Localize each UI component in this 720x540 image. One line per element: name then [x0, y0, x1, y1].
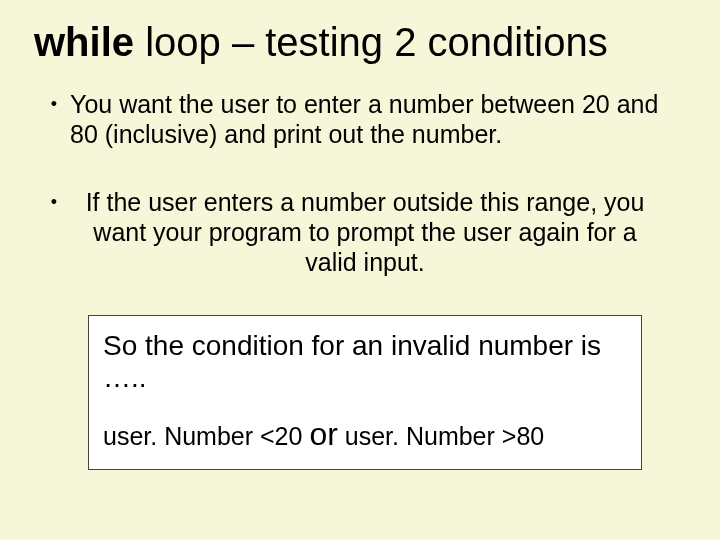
bullet-item: • If the user enters a number outside th…	[38, 187, 690, 277]
bullet-text: You want the user to enter a number betw…	[70, 89, 690, 149]
bullet-dot-icon: •	[38, 89, 70, 149]
title-bold: while	[34, 20, 134, 64]
condition-or: or	[309, 416, 337, 452]
bullet-item: • You want the user to enter a number be…	[38, 89, 690, 149]
bullet-text: If the user enters a number outside this…	[70, 187, 690, 277]
bullet-dot-icon: •	[38, 187, 70, 277]
condition-box: So the condition for an invalid number i…	[88, 315, 642, 470]
slide-title: while loop – testing 2 conditions	[30, 20, 690, 65]
slide: while loop – testing 2 conditions • You …	[0, 0, 720, 540]
bullet-list: • You want the user to enter a number be…	[30, 89, 690, 277]
condition-left: user. Number <20	[103, 422, 309, 450]
box-line-2: user. Number <20 or user. Number >80	[103, 416, 627, 453]
box-line-1: So the condition for an invalid number i…	[103, 330, 627, 394]
title-rest: loop – testing 2 conditions	[134, 20, 608, 64]
condition-right: user. Number >80	[338, 422, 544, 450]
